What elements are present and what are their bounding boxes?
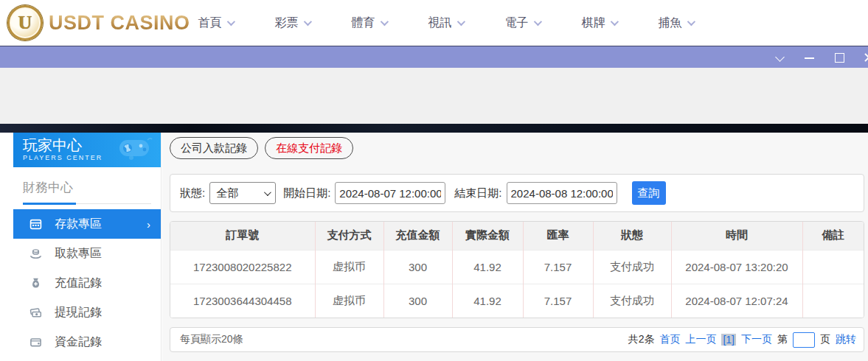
status-label: 狀態: (180, 186, 205, 200)
record-tabs: 公司入款記錄 在線支付記錄 (170, 137, 353, 159)
nav-item-cards[interactable]: 棋牌 (560, 0, 637, 46)
page-size-text: 每頁顯示20條 (180, 333, 243, 346)
logo[interactable]: U USDT CASINO (7, 5, 190, 41)
sidebar-section-title: 財務中心 (23, 179, 151, 196)
sidebar-header: 玩家中心 PLAYERS CENTER (13, 133, 161, 167)
cell-order-number: 1723008020225822 (170, 250, 315, 284)
col-status: 狀態 (593, 222, 671, 250)
nav-item-sports[interactable]: 體育 (330, 0, 407, 46)
minimize-icon[interactable] (805, 52, 815, 63)
pager-controls: 共2条 首页 上一页 [1] 下一页 第 页 跳转 (628, 332, 856, 348)
tab-company-deposit-records[interactable]: 公司入款記錄 (170, 137, 258, 159)
filter-bar: 狀態: 全部 開始日期: 結束日期: 查詢 (170, 174, 864, 212)
jump-page-input[interactable] (793, 332, 815, 348)
cell-payment-method: 虚拟币 (315, 284, 383, 318)
col-remarks: 備註 (802, 222, 864, 250)
cell-order-number: 1723003644304458 (170, 284, 315, 318)
records-table-container: 訂單號 支付方式 充值金額 實際金額 匯率 狀態 時間 備註 172300802… (170, 221, 864, 318)
withdraw-icon (29, 248, 42, 260)
col-payment-method: 支付方式 (315, 222, 383, 250)
end-date-input[interactable] (507, 182, 617, 204)
chevron-down-icon (380, 18, 388, 26)
nav-item-video[interactable]: 視訊 (407, 0, 484, 46)
nav-item-slots[interactable]: 電子 (484, 0, 560, 46)
top-header: U USDT CASINO 首頁 彩票 體育 視訊 電子 棋牌 捕魚 (0, 0, 868, 46)
nav-label: 視訊 (428, 15, 452, 31)
cell-actual-amount: 41.92 (452, 284, 523, 318)
table-header-row: 訂單號 支付方式 充值金額 實際金額 匯率 狀態 時間 備註 (170, 222, 864, 250)
close-icon[interactable] (864, 52, 868, 63)
recharge-icon (29, 277, 42, 290)
nav-label: 電子 (505, 15, 529, 31)
end-date-label: 結束日期: (454, 186, 501, 200)
cell-remarks (802, 284, 864, 318)
col-actual-amount: 實際金額 (452, 222, 523, 250)
nav-item-fishing[interactable]: 捕魚 (637, 0, 714, 46)
deposit-icon (29, 218, 42, 231)
cell-status: 支付成功 (593, 250, 671, 284)
jump-suffix-label: 页 (820, 333, 830, 346)
gamepad-icon (115, 137, 153, 162)
col-exchange-rate: 匯率 (523, 222, 593, 250)
chevron-down-icon (687, 18, 695, 26)
dark-divider-strip (0, 124, 868, 133)
prev-page-link[interactable]: 上一页 (685, 333, 716, 346)
sidebar-item-funds-records[interactable]: 資金記錄 (13, 327, 161, 357)
jump-button[interactable]: 跳转 (836, 333, 856, 346)
cell-exchange-rate: 7.157 (523, 250, 593, 284)
chevron-down-icon (226, 18, 235, 26)
window-titlebar (0, 46, 868, 68)
chevron-down-icon (456, 18, 465, 26)
chevron-down-icon[interactable] (775, 52, 785, 63)
logo-monogram: U (18, 12, 32, 34)
nav-label: 捕魚 (659, 15, 682, 31)
tab-online-payment-records[interactable]: 在線支付記錄 (265, 137, 353, 159)
maximize-icon[interactable] (834, 52, 844, 63)
first-page-link[interactable]: 首页 (659, 333, 680, 346)
sidebar: 玩家中心 PLAYERS CENTER 財務中心 存款專區 › (13, 133, 162, 361)
sidebar-item-label: 存款專區 (55, 217, 102, 232)
cell-exchange-rate: 7.157 (523, 284, 593, 318)
banner-area (0, 68, 868, 124)
pagination-bar: 每頁顯示20條 共2条 首页 上一页 [1] 下一页 第 页 跳转 (170, 327, 864, 352)
nav-label: 首頁 (198, 15, 222, 31)
sidebar-item-label: 取款專區 (55, 246, 102, 262)
sidebar-item-withdraw[interactable]: 取款專區 (13, 239, 161, 268)
cashout-icon (29, 306, 42, 319)
next-page-link[interactable]: 下一页 (741, 333, 772, 346)
status-select[interactable]: 全部 (209, 182, 276, 204)
search-button[interactable]: 查詢 (632, 181, 666, 205)
nav-label: 棋牌 (582, 15, 605, 31)
cell-remarks (802, 250, 864, 284)
nav-label: 彩票 (275, 15, 299, 31)
cell-actual-amount: 41.92 (452, 250, 523, 284)
chevron-down-icon (533, 18, 541, 26)
total-count: 共2条 (628, 333, 655, 346)
chevron-down-icon (610, 18, 618, 26)
sidebar-item-withdrawal-records[interactable]: 提現記錄 (13, 298, 161, 327)
sidebar-item-recharge-records[interactable]: 充值記錄 (13, 268, 161, 298)
sidebar-section-underline (23, 203, 151, 205)
sidebar-item-label: 充值記錄 (55, 276, 102, 291)
logo-coin-icon: U (7, 5, 43, 41)
start-date-input[interactable] (335, 182, 445, 204)
cell-time: 2024-08-07 12:07:24 (671, 284, 802, 318)
main-nav: 首頁 彩票 體育 視訊 電子 棋牌 捕魚 (177, 0, 714, 46)
status-selected-value: 全部 (216, 186, 238, 200)
col-order-number: 訂單號 (170, 222, 315, 250)
nav-item-lottery[interactable]: 彩票 (254, 0, 330, 46)
start-date-label: 開始日期: (283, 186, 330, 200)
cell-recharge-amount: 300 (383, 284, 452, 318)
logo-text: USDT CASINO (49, 12, 190, 35)
cell-payment-method: 虚拟币 (315, 250, 383, 284)
nav-item-home[interactable]: 首頁 (177, 0, 254, 46)
sidebar-menu: 存款專區 › 取款專區 充值記錄 提現記錄 資金記錄 (13, 209, 161, 357)
jump-prefix-label: 第 (777, 333, 788, 346)
main-content: 公司入款記錄 在線支付記錄 狀態: 全部 開始日期: 結束日期: 查詢 訂單號 … (162, 133, 868, 361)
chevron-down-icon (303, 18, 311, 26)
sidebar-item-deposit[interactable]: 存款專區 › (13, 209, 161, 239)
chevron-right-icon: › (147, 218, 150, 231)
table-row: 1723003644304458 虚拟币 300 41.92 7.157 支付成… (170, 284, 864, 318)
table-row: 1723008020225822 虚拟币 300 41.92 7.157 支付成… (170, 250, 864, 284)
cell-recharge-amount: 300 (383, 250, 452, 284)
